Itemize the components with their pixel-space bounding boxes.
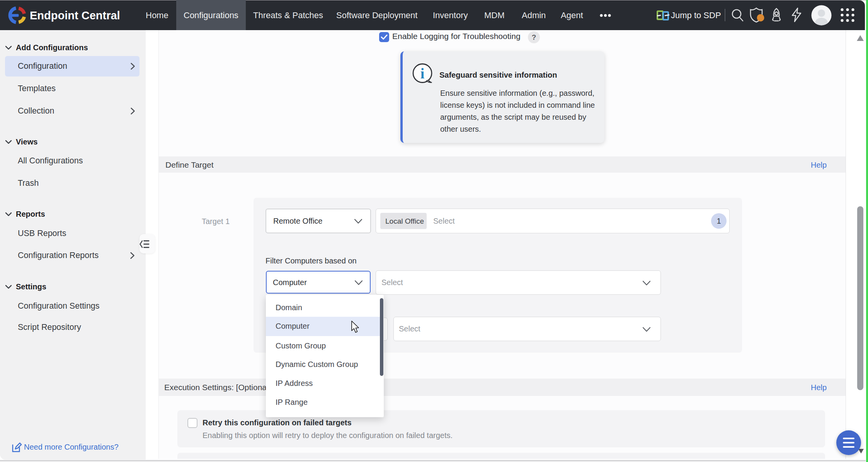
svg-text:i: i <box>420 65 425 82</box>
